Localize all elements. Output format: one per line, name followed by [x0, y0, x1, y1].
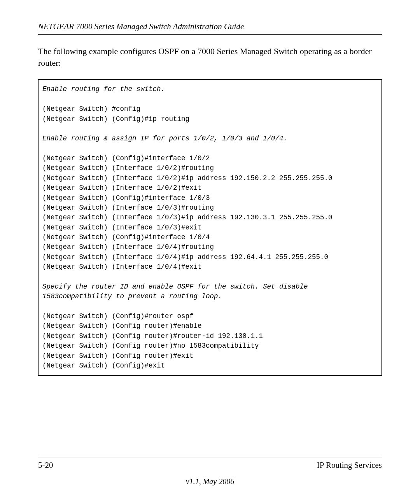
code-comment-3: Specify the router ID and enable OSPF fo… [42, 283, 312, 300]
header-rule [38, 34, 382, 35]
code-comment-1: Enable routing for the switch. [42, 85, 165, 93]
section-title: IP Routing Services [317, 460, 382, 470]
running-header: NETGEAR 7000 Series Managed Switch Admin… [38, 22, 382, 32]
code-block: Enable routing for the switch. (Netgear … [38, 79, 382, 376]
code-lines-3: (Netgear Switch) (Config)#router ospf (N… [42, 312, 263, 369]
code-lines-1: (Netgear Switch) #config (Netgear Switch… [42, 105, 189, 122]
footer-rule [38, 457, 382, 457]
page: NETGEAR 7000 Series Managed Switch Admin… [0, 0, 420, 504]
doc-version: v1.1, May 2006 [38, 477, 382, 486]
code-lines-2: (Netgear Switch) (Config)#interface 1/0/… [42, 154, 332, 271]
page-number: 5-20 [38, 460, 53, 470]
footer-row: 5-20 IP Routing Services [38, 460, 382, 470]
intro-paragraph: The following example configures OSPF on… [38, 46, 382, 68]
page-footer: 5-20 IP Routing Services v1.1, May 2006 [38, 457, 382, 486]
code-comment-2: Enable routing & assign IP for ports 1/0… [42, 135, 287, 142]
